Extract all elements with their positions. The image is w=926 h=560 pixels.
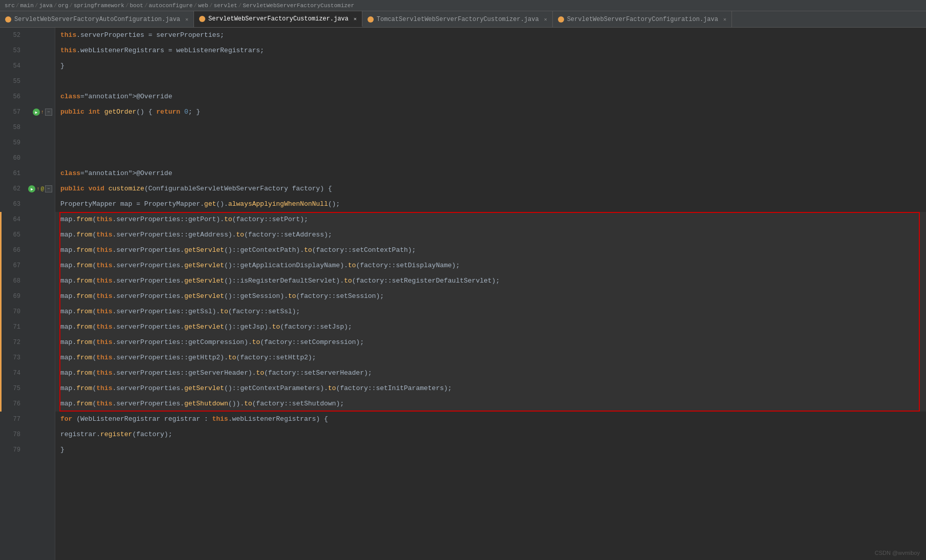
- breadcrumb-web[interactable]: web: [198, 3, 208, 9]
- tab-close-2[interactable]: ✕: [354, 16, 357, 22]
- fold-button-57[interactable]: −: [45, 109, 52, 116]
- code-text-71: map.from(this.serverProperties.getServle…: [55, 319, 352, 335]
- gutter-row-72: 72: [0, 335, 55, 350]
- line-number-60: 60: [0, 155, 26, 162]
- line-number-62: 62: [0, 185, 26, 192]
- tab-configuration[interactable]: ServletWebServerFactoryConfiguration.jav…: [553, 11, 732, 27]
- gutter-row-61: 61: [0, 166, 55, 181]
- code-text-56: class="annotation">@Override: [55, 89, 172, 104]
- line-number-75: 75: [0, 385, 26, 392]
- tab-bar: ServletWebServerFactoryAutoConfiguration…: [0, 11, 926, 28]
- at-marker-62: @: [40, 186, 44, 192]
- line-number-79: 79: [0, 446, 26, 454]
- gutter-row-75: 75: [0, 381, 55, 396]
- tab-close-4[interactable]: ✕: [723, 16, 726, 23]
- code-row-79: }: [55, 442, 926, 458]
- code-lines: 525354555657▶↑−5859606162▶↑@−63646566676…: [0, 28, 926, 560]
- line-number-66: 66: [0, 247, 26, 254]
- tab-icon-4: [558, 16, 564, 23]
- code-row-68: map.from(this.serverProperties.getServle…: [55, 273, 926, 289]
- code-text-53: this.webListenerRegistrars = webListener…: [55, 43, 264, 58]
- code-row-54: }: [55, 58, 926, 74]
- breadcrumb-springframework[interactable]: springframework: [74, 3, 124, 9]
- gutter-row-52: 52: [0, 28, 55, 43]
- line-gutter: 525354555657▶↑−5859606162▶↑@−63646566676…: [0, 28, 55, 560]
- gutter-row-57: 57▶↑−: [0, 104, 55, 120]
- line-icons-57: ▶↑−: [26, 109, 55, 116]
- gutter-row-60: 60: [0, 150, 55, 166]
- code-row-74: map.from(this.serverProperties::getServe…: [55, 365, 926, 381]
- code-row-69: map.from(this.serverProperties.getServle…: [55, 289, 926, 304]
- tab-tomcat-customizer[interactable]: TomcatServletWebServerFactoryCustomizer.…: [362, 11, 553, 27]
- breadcrumb-class[interactable]: ServletWebServerFactoryCustomizer: [243, 3, 354, 9]
- run-button-62[interactable]: ▶: [28, 185, 35, 192]
- code-row-67: map.from(this.serverProperties.getServle…: [55, 258, 926, 273]
- gutter-row-78: 78: [0, 427, 55, 442]
- code-text-65: map.from(this.serverProperties::getAddre…: [55, 227, 332, 243]
- line-number-52: 52: [0, 32, 26, 39]
- code-text-52: this.serverProperties = serverProperties…: [55, 28, 224, 43]
- watermark: CSDN @wvmiboy: [875, 550, 920, 556]
- code-row-62: public void customize(ConfigurableServle…: [55, 181, 926, 197]
- tab-icon-3: [368, 16, 374, 23]
- code-text-61: class="annotation">@Override: [55, 166, 172, 181]
- line-number-72: 72: [0, 339, 26, 346]
- code-row-52: this.serverProperties = serverProperties…: [55, 28, 926, 43]
- gutter-row-74: 74: [0, 365, 55, 381]
- breadcrumb-src[interactable]: src: [5, 3, 15, 9]
- code-text-68: map.from(this.serverProperties.getServle…: [55, 273, 500, 289]
- line-number-68: 68: [0, 277, 26, 285]
- code-row-73: map.from(this.serverProperties::getHttp2…: [55, 350, 926, 365]
- tab-close-1[interactable]: ✕: [185, 16, 188, 23]
- breadcrumb-org[interactable]: org: [58, 3, 68, 9]
- gutter-row-55: 55: [0, 74, 55, 89]
- line-number-67: 67: [0, 262, 26, 269]
- code-text-78: registrar.register(factory);: [55, 427, 172, 442]
- code-row-65: map.from(this.serverProperties::getAddre…: [55, 227, 926, 243]
- code-row-59: [55, 135, 926, 150]
- gutter-row-59: 59: [0, 135, 55, 150]
- line-number-73: 73: [0, 354, 26, 361]
- tab-label-2: ServletWebServerFactoryCustomizer.java: [208, 15, 349, 23]
- breadcrumb-boot[interactable]: boot: [130, 3, 143, 9]
- code-row-63: PropertyMapper map = PropertyMapper.get(…: [55, 197, 926, 212]
- code-row-58: [55, 120, 926, 135]
- gutter-row-64: 64: [0, 212, 55, 227]
- gutter-row-62: 62▶↑@−: [0, 181, 55, 197]
- code-area: 525354555657▶↑−5859606162▶↑@−63646566676…: [0, 28, 926, 560]
- tab-auto-configuration[interactable]: ServletWebServerFactoryAutoConfiguration…: [0, 11, 194, 27]
- code-text-60: [55, 150, 64, 166]
- run-button-57[interactable]: ▶: [33, 109, 40, 116]
- code-content[interactable]: this.serverProperties = serverProperties…: [55, 28, 926, 560]
- gutter-row-66: 66: [0, 243, 55, 258]
- line-number-57: 57: [0, 109, 26, 116]
- line-number-70: 70: [0, 308, 26, 315]
- tab-close-3[interactable]: ✕: [544, 16, 547, 23]
- breadcrumb-java[interactable]: java: [39, 3, 52, 9]
- gutter-row-68: 68: [0, 273, 55, 289]
- code-row-70: map.from(this.serverProperties::getSsl).…: [55, 304, 926, 319]
- code-text-79: }: [55, 442, 64, 458]
- code-text-73: map.from(this.serverProperties::getHttp2…: [55, 350, 316, 365]
- breadcrumb-servlet[interactable]: servlet: [213, 3, 237, 9]
- code-row-61: class="annotation">@Override: [55, 166, 926, 181]
- line-number-77: 77: [0, 416, 26, 423]
- code-text-74: map.from(this.serverProperties::getServe…: [55, 365, 372, 381]
- gutter-row-67: 67: [0, 258, 55, 273]
- code-text-62: public void customize(ConfigurableServle…: [55, 181, 332, 197]
- code-text-66: map.from(this.serverProperties.getServle…: [55, 243, 416, 258]
- line-number-78: 78: [0, 431, 26, 438]
- code-text-59: [55, 135, 64, 150]
- fold-button-62[interactable]: −: [45, 185, 52, 192]
- line-number-64: 64: [0, 216, 26, 223]
- code-text-58: [55, 120, 64, 135]
- code-row-56: class="annotation">@Override: [55, 89, 926, 104]
- code-text-72: map.from(this.serverProperties::getCompr…: [55, 335, 364, 350]
- breadcrumb-autoconfigure[interactable]: autoconfigure: [149, 3, 193, 9]
- tab-customizer[interactable]: ServletWebServerFactoryCustomizer.java ✕: [194, 11, 362, 27]
- breadcrumb-main[interactable]: main: [20, 3, 33, 9]
- up-arrow-57: ↑: [41, 110, 44, 115]
- code-row-71: map.from(this.serverProperties.getServle…: [55, 319, 926, 335]
- tab-icon-1: [5, 16, 11, 23]
- line-number-55: 55: [0, 78, 26, 85]
